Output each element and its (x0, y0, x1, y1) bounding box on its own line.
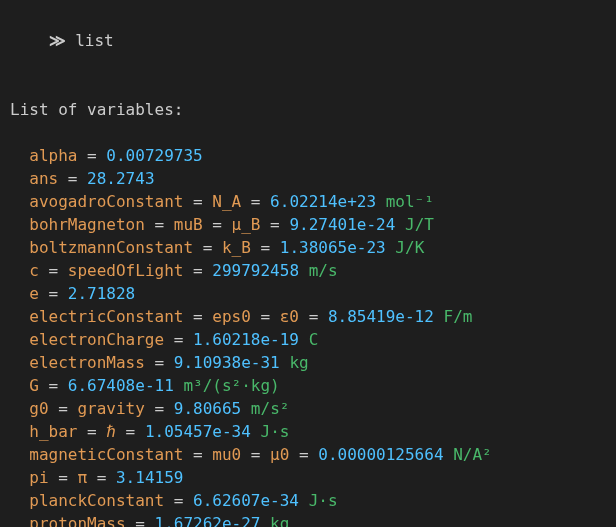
variable-line: magneticConstant = mu0 = µ0 = 0.00000125… (10, 443, 606, 466)
equals-sign: = (183, 261, 212, 280)
equals-sign (174, 376, 184, 395)
variable-name: G (29, 376, 39, 395)
variable-unit: N/A² (453, 445, 492, 464)
variable-unit: kg (270, 514, 289, 527)
variable-alias: eps0 (212, 307, 251, 326)
variable-list: alpha = 0.00729735ans = 28.2743avogadroC… (10, 144, 606, 527)
variable-value: 9.27401e-24 (289, 215, 395, 234)
variable-alias: mu0 (212, 445, 241, 464)
variable-line: boltzmannConstant = k_B = 1.38065e-23 J/… (10, 236, 606, 259)
equals-sign (299, 261, 309, 280)
equals-sign (434, 307, 444, 326)
variable-value: 6.02214e+23 (270, 192, 376, 211)
variable-name: electricConstant (29, 307, 183, 326)
equals-sign: = (183, 307, 212, 326)
list-header: List of variables: (10, 98, 606, 121)
variable-unit: mol⁻¹ (386, 192, 434, 211)
equals-sign: = (77, 422, 106, 441)
variable-line: e = 2.71828 (10, 282, 606, 305)
equals-sign: = (126, 514, 155, 527)
variable-name: electronCharge (29, 330, 164, 349)
variable-name: e (29, 284, 39, 303)
terminal-output[interactable]: ≫ list List of variables: alpha = 0.0072… (0, 0, 616, 527)
equals-sign: = (251, 307, 280, 326)
equals-sign: = (145, 215, 174, 234)
variable-name: ans (29, 169, 58, 188)
equals-sign (299, 330, 309, 349)
variable-name: bohrMagneton (29, 215, 145, 234)
variable-unit: C (309, 330, 319, 349)
variable-line: planckConstant = 6.62607e-34 J·s (10, 489, 606, 512)
variable-value: 1.38065e-23 (280, 238, 386, 257)
variable-value: 8.85419e-12 (328, 307, 434, 326)
variable-line: G = 6.67408e-11 m³/(s²·kg) (10, 374, 606, 397)
variable-line: pi = π = 3.14159 (10, 466, 606, 489)
variable-name: protonMass (29, 514, 125, 527)
equals-sign: = (39, 376, 68, 395)
variable-alias: ℏ (106, 422, 116, 441)
equals-sign: = (299, 307, 328, 326)
equals-sign: = (241, 192, 270, 211)
equals-sign: = (58, 169, 87, 188)
variable-unit: F/m (444, 307, 473, 326)
variable-value: 28.2743 (87, 169, 154, 188)
variable-line: h_bar = ℏ = 1.05457e-34 J·s (10, 420, 606, 443)
equals-sign (395, 215, 405, 234)
variable-name: h_bar (29, 422, 77, 441)
equals-sign: = (183, 445, 212, 464)
variable-name: boltzmannConstant (29, 238, 193, 257)
variable-alias: gravity (77, 399, 144, 418)
variable-unit: m/s² (251, 399, 290, 418)
variable-name: planckConstant (29, 491, 164, 510)
equals-sign: = (260, 215, 289, 234)
variable-line: electronCharge = 1.60218e-19 C (10, 328, 606, 351)
variable-alias: π (77, 468, 87, 487)
variable-line: c = speedOfLight = 299792458 m/s (10, 259, 606, 282)
equals-sign: = (251, 238, 280, 257)
equals-sign: = (289, 445, 318, 464)
equals-sign: = (241, 445, 270, 464)
equals-sign: = (183, 192, 212, 211)
variable-line: ans = 28.2743 (10, 167, 606, 190)
variable-alias: N_A (212, 192, 241, 211)
variable-value: 1.67262e-27 (155, 514, 261, 527)
variable-unit: m/s (309, 261, 338, 280)
equals-sign: = (39, 261, 68, 280)
variable-alias: k_B (222, 238, 251, 257)
variable-unit: J·s (309, 491, 338, 510)
variable-line: avogadroConstant = N_A = 6.02214e+23 mol… (10, 190, 606, 213)
equals-sign (386, 238, 396, 257)
equals-sign: = (77, 146, 106, 165)
variable-unit: m³/(s²·kg) (183, 376, 279, 395)
variable-name: pi (29, 468, 48, 487)
equals-sign (444, 445, 454, 464)
prompt-space (66, 31, 76, 50)
equals-sign (260, 514, 270, 527)
variable-value: 1.60218e-19 (193, 330, 299, 349)
equals-sign (299, 491, 309, 510)
equals-sign: = (193, 238, 222, 257)
equals-sign (251, 422, 261, 441)
variable-unit: J/K (395, 238, 424, 257)
variable-name: magneticConstant (29, 445, 183, 464)
prompt-line: ≫ list (10, 6, 606, 75)
blank-line (10, 121, 606, 144)
variable-name: g0 (29, 399, 48, 418)
variable-name: c (29, 261, 39, 280)
variable-line: electricConstant = eps0 = ε0 = 8.85419e-… (10, 305, 606, 328)
equals-sign: = (164, 330, 193, 349)
variable-unit: kg (289, 353, 308, 372)
equals-sign: = (145, 399, 174, 418)
variable-alias: µ_B (232, 215, 261, 234)
variable-value: 1.05457e-34 (145, 422, 251, 441)
prompt-icon: ≫ (49, 31, 66, 50)
command-text: list (75, 31, 114, 50)
variable-value: 6.62607e-34 (193, 491, 299, 510)
variable-alias: muB (174, 215, 203, 234)
variable-value: 3.14159 (116, 468, 183, 487)
variable-line: protonMass = 1.67262e-27 kg (10, 512, 606, 527)
variable-value: 9.10938e-31 (174, 353, 280, 372)
equals-sign: = (164, 491, 193, 510)
variable-unit: J/T (405, 215, 434, 234)
equals-sign: = (145, 353, 174, 372)
